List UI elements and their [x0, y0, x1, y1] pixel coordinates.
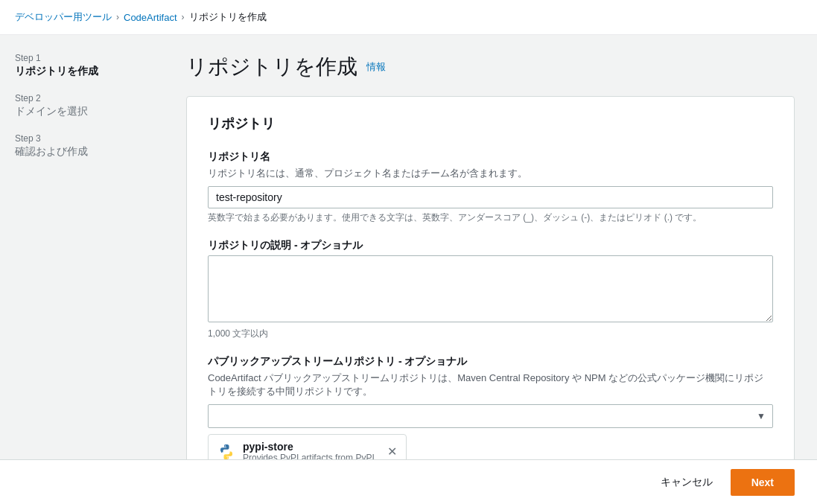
repo-desc-textarea[interactable]	[208, 255, 773, 322]
next-button[interactable]: Next	[731, 469, 795, 496]
pypi-svg-icon	[217, 443, 235, 461]
step1-item: Step 1 リポジトリを作成	[15, 53, 149, 78]
sidebar: Step 1 リポジトリを作成 Step 2 ドメインを選択 Step 3 確認…	[0, 35, 164, 504]
footer: キャンセル Next	[0, 459, 817, 504]
page-title: リポジトリを作成	[186, 53, 357, 81]
breadcrumb-link-2[interactable]: CodeArtifact	[124, 12, 177, 23]
step2-label: Step 2	[15, 93, 149, 103]
step1-title: リポジトリを作成	[15, 65, 149, 78]
step3-label: Step 3	[15, 133, 149, 144]
step3-title: 確認および作成	[15, 145, 149, 159]
page-title-row: リポジトリを作成 情報	[186, 53, 795, 81]
step3-item: Step 3 確認および作成	[15, 133, 149, 159]
breadcrumb-sep-1: ›	[116, 12, 119, 22]
upstream-label: パブリックアップストリームリポジトリ - オプショナル	[208, 355, 773, 369]
repository-card: リポジトリ リポジトリ名 リポジトリ名には、通常、プロジェクト名またはチーム名が…	[186, 96, 795, 504]
step1-label: Step 1	[15, 53, 149, 63]
page-layout: Step 1 リポジトリを作成 Step 2 ドメインを選択 Step 3 確認…	[0, 35, 817, 504]
upstream-dropdown-wrapper: ▼	[208, 404, 773, 428]
cancel-button[interactable]: キャンセル	[652, 470, 722, 495]
step2-item: Step 2 ドメインを選択	[15, 93, 149, 118]
upstream-desc: CodeArtifact パブリックアップストリームリポジトリは、Maven C…	[208, 371, 773, 398]
main-content: リポジトリを作成 情報 リポジトリ リポジトリ名 リポジトリ名には、通常、プロジ…	[164, 35, 817, 504]
tag-chip-close-icon[interactable]: ✕	[386, 446, 398, 458]
repo-name-group: リポジトリ名 リポジトリ名には、通常、プロジェクト名またはチーム名が含まれます。…	[208, 150, 773, 224]
breadcrumb-sep-2: ›	[182, 12, 185, 22]
repo-desc-group: リポジトリの説明 - オプショナル 1,000 文字以内	[208, 239, 773, 340]
repo-name-label: リポジトリ名	[208, 150, 773, 164]
repo-name-desc: リポジトリ名には、通常、プロジェクト名またはチーム名が含まれます。	[208, 167, 773, 180]
upstream-dropdown[interactable]	[208, 404, 773, 428]
breadcrumb-current: リポジトリを作成	[189, 10, 267, 24]
step2-title: ドメインを選択	[15, 105, 149, 118]
repo-desc-label: リポジトリの説明 - オプショナル	[208, 239, 773, 252]
breadcrumb: デベロッパー用ツール › CodeArtifact › リポジトリを作成	[0, 0, 817, 35]
repo-desc-hint: 1,000 文字以内	[208, 328, 773, 340]
repo-name-input[interactable]	[208, 186, 773, 208]
info-link[interactable]: 情報	[366, 60, 386, 74]
repo-name-hint: 英数字で始まる必要があります。使用できる文字は、英数字、アンダースコア (_)、…	[208, 211, 773, 224]
tag-chip-name: pypi-store	[243, 441, 377, 453]
upstream-group: パブリックアップストリームリポジトリ - オプショナル CodeArtifact…	[208, 355, 773, 470]
breadcrumb-link-1[interactable]: デベロッパー用ツール	[15, 10, 112, 24]
card-title: リポジトリ	[208, 115, 773, 133]
